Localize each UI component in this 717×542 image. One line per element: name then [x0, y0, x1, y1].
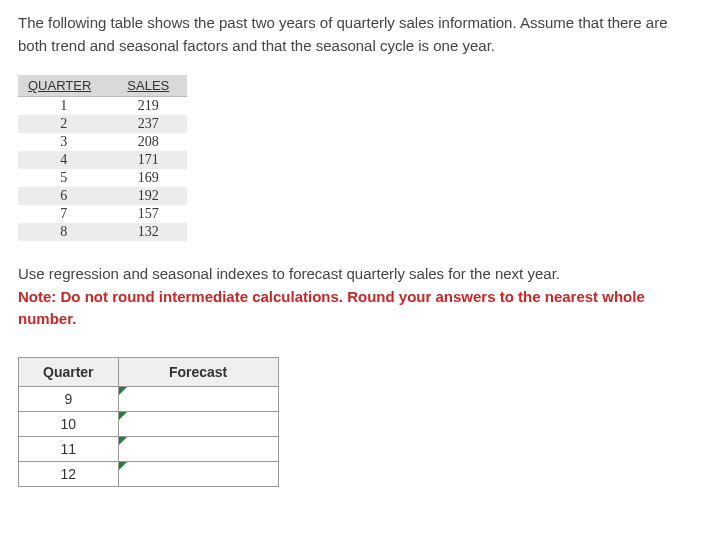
table-row: 5169 — [18, 169, 187, 187]
cell-quarter: 9 — [19, 386, 119, 411]
instruction-line: Use regression and seasonal indexes to f… — [18, 265, 560, 282]
cell-quarter: 12 — [19, 461, 119, 486]
cell-sales: 219 — [109, 97, 187, 116]
input-marker-icon — [119, 437, 127, 445]
cell-sales: 192 — [109, 187, 187, 205]
table-row: 2237 — [18, 115, 187, 133]
cell-sales: 157 — [109, 205, 187, 223]
cell-sales: 208 — [109, 133, 187, 151]
forecast-row: 11 — [19, 436, 279, 461]
forecast-input-q10[interactable] — [119, 412, 278, 436]
forecast-row: 10 — [19, 411, 279, 436]
col-header-forecast: Forecast — [118, 357, 278, 386]
forecast-row: 9 — [19, 386, 279, 411]
cell-sales: 237 — [109, 115, 187, 133]
table-row: 3208 — [18, 133, 187, 151]
cell-quarter: 4 — [18, 151, 109, 169]
cell-quarter: 3 — [18, 133, 109, 151]
col-header-quarter: Quarter — [19, 357, 119, 386]
cell-quarter: 2 — [18, 115, 109, 133]
col-header-sales: SALES — [109, 75, 187, 97]
cell-quarter: 1 — [18, 97, 109, 116]
cell-quarter: 5 — [18, 169, 109, 187]
intro-text: The following table shows the past two y… — [18, 12, 699, 57]
table-row: 1219 — [18, 97, 187, 116]
sales-data-table: QUARTER SALES 1219 2237 3208 4171 5169 6… — [18, 75, 187, 241]
cell-quarter: 11 — [19, 436, 119, 461]
forecast-row: 12 — [19, 461, 279, 486]
cell-sales: 132 — [109, 223, 187, 241]
cell-quarter: 6 — [18, 187, 109, 205]
cell-sales: 171 — [109, 151, 187, 169]
input-marker-icon — [119, 387, 127, 395]
instruction-note: Note: Do not round intermediate calculat… — [18, 288, 645, 328]
forecast-input-q9[interactable] — [119, 387, 278, 411]
cell-quarter: 10 — [19, 411, 119, 436]
instructions-text: Use regression and seasonal indexes to f… — [18, 263, 699, 331]
input-marker-icon — [119, 412, 127, 420]
forecast-input-q11[interactable] — [119, 437, 278, 461]
cell-quarter: 7 — [18, 205, 109, 223]
cell-quarter: 8 — [18, 223, 109, 241]
table-row: 6192 — [18, 187, 187, 205]
cell-sales: 169 — [109, 169, 187, 187]
table-row: 8132 — [18, 223, 187, 241]
table-row: 7157 — [18, 205, 187, 223]
table-row: 4171 — [18, 151, 187, 169]
col-header-quarter: QUARTER — [18, 75, 109, 97]
input-marker-icon — [119, 462, 127, 470]
forecast-input-q12[interactable] — [119, 462, 278, 486]
forecast-table: Quarter Forecast 9 10 11 12 — [18, 357, 279, 487]
